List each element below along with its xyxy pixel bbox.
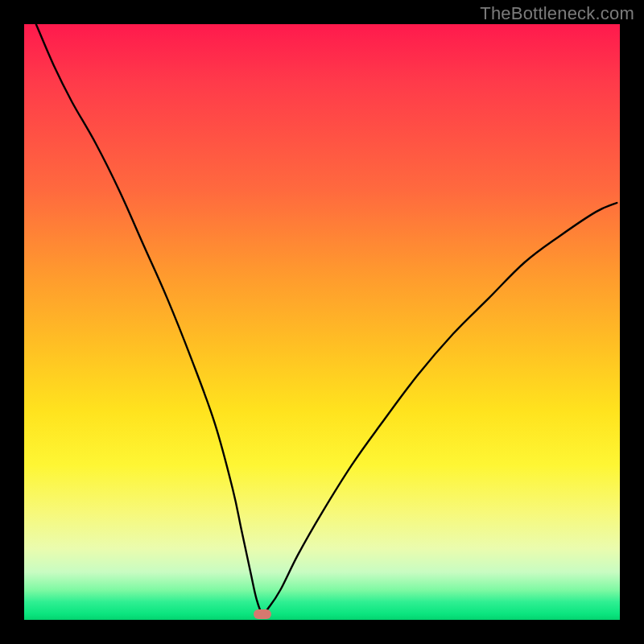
bottleneck-curve	[24, 24, 620, 620]
watermark-text: TheBottleneck.com	[480, 3, 634, 24]
minimum-marker	[254, 609, 271, 619]
chart-frame: TheBottleneck.com	[0, 0, 644, 644]
plot-area	[24, 24, 620, 620]
